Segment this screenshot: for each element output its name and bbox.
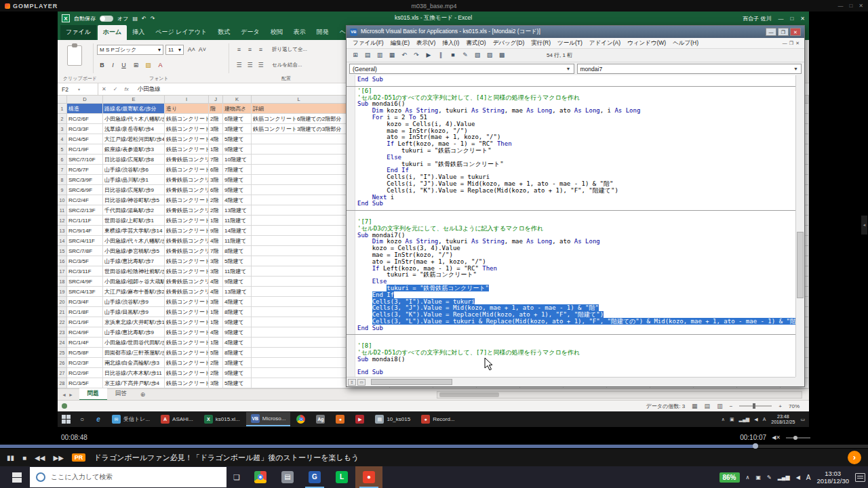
cell[interactable]: 4階 (209, 134, 223, 144)
wrap-text-button[interactable]: 折り返して全... (272, 46, 307, 53)
cell[interactable]: 小田急線/代々木八幡駅/歩4 (103, 114, 165, 124)
page-layout-view-icon[interactable]: ▤ (705, 403, 711, 409)
undo-icon[interactable]: ↶ (142, 16, 146, 22)
cell[interactable]: 鉄筋コンクリート (165, 226, 209, 236)
cell[interactable]: 2階 (209, 205, 223, 216)
save-icon[interactable]: ▤ (132, 16, 138, 22)
network-icon[interactable]: ▂▄▆ (778, 474, 790, 481)
cell[interactable]: 銀座線/表参道駅/歩3 (103, 144, 165, 155)
align-right-icon[interactable]: ☰ (256, 60, 266, 70)
cell[interactable] (252, 236, 347, 246)
cell[interactable] (252, 175, 347, 185)
ribbon-tab-挿入[interactable]: 挿入 (127, 25, 150, 40)
restore-icon[interactable]: ❐ (778, 28, 789, 36)
cell[interactable] (252, 134, 347, 144)
vba-menu-item[interactable]: 表示(V) (413, 39, 439, 47)
cell[interactable]: 山手線/恵比寿駅/歩9 (103, 327, 165, 338)
cell[interactable]: 7階 (209, 246, 223, 256)
mute-icon[interactable]: ◀✕ (772, 434, 781, 441)
cell[interactable]: 4階 (209, 236, 223, 246)
procedure-view-icon[interactable]: ≡ (348, 379, 356, 386)
vba-menu-item[interactable]: ヘルプ(H) (669, 39, 702, 47)
cell[interactable]: 2階 (209, 114, 223, 124)
gom-player-icon[interactable]: G (301, 466, 328, 488)
cell[interactable] (252, 155, 347, 165)
ribbon-tab-ページ レイアウト[interactable]: ページ レイアウト (150, 25, 212, 40)
column-header-D[interactable]: D (67, 96, 103, 104)
vba-menu-item[interactable]: 実行(R) (528, 39, 554, 47)
horizontal-scrollbar[interactable]: ≡ ▭ (347, 377, 795, 386)
name-box[interactable]: F2▾ (58, 83, 98, 95)
vba-menu-item[interactable]: ウィンドウ(W) (624, 39, 669, 47)
row-number[interactable]: 12 (58, 216, 67, 226)
cell[interactable]: RC/1/9F (67, 317, 103, 327)
run-icon[interactable]: ▶ (423, 50, 434, 60)
cell[interactable] (252, 338, 347, 348)
recorder-icon[interactable]: ● (355, 466, 382, 488)
align-left-icon[interactable]: ☰ (234, 60, 244, 70)
row-number[interactable]: 4 (58, 134, 67, 144)
row-number[interactable]: 16 (58, 256, 67, 266)
chrome-icon[interactable] (247, 466, 274, 488)
cell[interactable]: 4階建て (223, 195, 252, 205)
cell[interactable]: SRC/6/9F (67, 185, 103, 195)
cell[interactable]: RC/3/5F (67, 378, 103, 388)
network-icon[interactable]: ▂▄▆ (739, 417, 750, 422)
cell[interactable]: 鉄筋コンクリート6階建ての2階部分 (252, 114, 347, 124)
cell[interactable]: 日比谷線/広尾駅/歩8 (103, 155, 165, 165)
align-top-icon[interactable]: ≡ (234, 45, 244, 54)
tray-icon[interactable]: ▣ (755, 474, 761, 481)
cell[interactable]: 8階建て (223, 246, 252, 256)
cell[interactable]: 大江戸線/若松河田駅/歩4 (103, 134, 165, 144)
cell[interactable]: 8階建て (223, 348, 252, 358)
cell[interactable]: 9階 (209, 226, 223, 236)
code-pane[interactable]: End Sub'[6]'セルD2-D51のすべての文字列に対して、[4]と同様の… (347, 75, 795, 377)
ribbon-tab-データ[interactable]: データ (235, 25, 264, 40)
cell[interactable]: RC/2/9F (67, 368, 103, 378)
cell[interactable]: 小田急線/代々木八幡駅/歩3 (103, 236, 165, 246)
cell[interactable]: 日比谷線/神谷町駅/歩5 (103, 195, 165, 205)
cell[interactable]: 9階建て (223, 185, 252, 195)
shrink-font-icon[interactable]: A˅ (197, 45, 208, 54)
cell[interactable]: 小田急線/世田谷代田駅/歩5 (103, 338, 165, 348)
cell[interactable]: 鉄筋コンクリート (165, 327, 209, 338)
cell[interactable]: 9階建て (223, 368, 252, 378)
normal-view-icon[interactable]: ▦ (692, 403, 698, 409)
taskbar-button[interactable]: ▤10_ks015 (370, 412, 415, 426)
cell[interactable]: 1階 (209, 317, 223, 327)
cell[interactable]: 山手線/目黒駅/歩9 (103, 307, 165, 317)
taskbar-button[interactable]: AASAHI... (156, 412, 198, 426)
cell[interactable]: 鉄筋コンクリート (165, 114, 209, 124)
cell[interactable]: 鉄骨鉄筋コンクリート (165, 205, 209, 216)
cell[interactable]: 14階建て (223, 226, 252, 236)
cell[interactable]: 浅草線/泉岳寺駅/歩4 (103, 124, 165, 134)
save-icon[interactable]: ▤ (362, 50, 373, 60)
cell[interactable]: 13階建て (223, 205, 252, 216)
redo-icon[interactable]: ↷ (151, 16, 155, 22)
cell[interactable]: 13階建て (223, 287, 252, 297)
minimize-icon[interactable]: — (837, 0, 843, 12)
cell[interactable]: 9階建て (223, 144, 252, 155)
ribbon-tab-数式[interactable]: 数式 (212, 25, 235, 40)
header-cell-shosai[interactable]: 詳細 (252, 104, 347, 114)
cell[interactable] (252, 226, 347, 236)
seek-bar[interactable] (0, 445, 868, 448)
borders-icon[interactable]: ⊞ (131, 60, 141, 70)
restore-icon[interactable]: □ (790, 16, 793, 22)
cell[interactable]: 11階建て (223, 216, 252, 226)
row-number[interactable]: 10 (58, 195, 67, 205)
minimize-icon[interactable]: — (766, 28, 776, 36)
header-cell-kai[interactable]: 階 (209, 104, 223, 114)
cell[interactable] (252, 195, 347, 205)
child-restore-icon[interactable]: ❐ (789, 41, 793, 46)
row-number[interactable]: 25 (58, 348, 67, 358)
hidden-icons-chevron[interactable]: ∧ (722, 417, 725, 422)
macro-record-icon[interactable] (62, 403, 67, 409)
cell[interactable] (252, 307, 347, 317)
cell[interactable]: 鉄筋コンクリート3階建ての3階部分 (252, 124, 347, 134)
cell[interactable]: 山手線/渋谷駅/歩6 (103, 165, 165, 175)
row-number[interactable]: 2 (58, 114, 67, 124)
scrollbar-thumb[interactable] (797, 232, 804, 298)
vba-menu-item[interactable]: デバッグ(D) (490, 39, 528, 47)
vba-menu-item[interactable]: 編集(E) (387, 39, 413, 47)
